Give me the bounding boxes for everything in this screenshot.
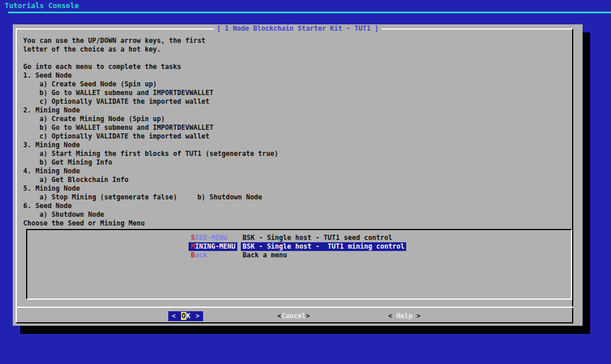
menu-box: SEED-MENU BSK - Single host - TUT1 seed …: [26, 229, 572, 300]
instruction-line: b) Go to WALLET submenu and IMPORTDEVWAL…: [23, 89, 279, 97]
instruction-line: b) Get Mining Info: [23, 158, 279, 167]
menu-list: SEED-MENU BSK - Single host - TUT1 seed …: [27, 234, 571, 260]
menu-tag: SEED-MENU: [189, 234, 237, 242]
instruction-line: 5. Mining Node: [23, 184, 279, 193]
menu-tag: Back: [189, 251, 237, 260]
instructions-text: You can use the UP/DOWN arrow keys, the …: [23, 37, 279, 228]
cancel-button[interactable]: <Cancel>: [277, 311, 310, 321]
ok-hotkey-cursor: O: [181, 312, 186, 320]
instruction-line: 4. Mining Node: [23, 167, 279, 176]
ok-button[interactable]: < OK >: [168, 311, 203, 321]
menu-description: Back a menu: [241, 251, 289, 260]
menu-item-back[interactable]: Back Back a menu: [27, 251, 571, 260]
instruction-line: a) Create Mining Node (Spin up): [23, 115, 279, 123]
menu-tag-label: INING-MENU: [195, 242, 236, 250]
ok-label: OK: [181, 311, 190, 321]
menu-item-seed-menu[interactable]: SEED-MENU BSK - Single host - TUT1 seed …: [27, 234, 571, 242]
cancel-label: Cancel: [281, 312, 306, 320]
instruction-line: Go into each menu to complete the tasks: [23, 63, 279, 71]
instruction-line: 3. Mining Node: [23, 141, 279, 150]
menu-tag: MINING-MENU: [189, 242, 237, 251]
menu-description: BSK - Single host - TUT1 seed control: [241, 234, 394, 242]
menu-tag-label: ack: [195, 251, 207, 259]
instruction-line: b) Go to WALLET submenu and IMPORTDEVWAL…: [23, 123, 279, 132]
ok-close-bracket: >: [196, 311, 200, 321]
menu-tag-label: EED-MENU: [195, 234, 227, 242]
instruction-line: c) Optionally VALIDATE the imported wall…: [23, 132, 279, 141]
topbar-title: Tutorials Console: [5, 1, 79, 10]
help-button[interactable]: < Help >: [388, 311, 421, 321]
instruction-line: 2. Mining Node: [23, 106, 279, 115]
button-separator: [16, 307, 573, 308]
instruction-line: a) Create Seed Node (Spin up): [23, 80, 279, 89]
menu-hotkey: B: [191, 251, 195, 259]
instruction-line: Choose the Seed or Mining Menu: [23, 219, 279, 228]
help-label: Help: [396, 312, 413, 320]
topbar-underline: [8, 12, 611, 13]
instruction-line: 1. Seed Node: [23, 71, 279, 80]
menu-description: BSK - Single host - TUT1 mining control: [241, 242, 406, 251]
instruction-line: [23, 54, 279, 63]
instruction-line: c) Optionally VALIDATE the imported wall…: [23, 97, 279, 106]
instruction-line: a) Stop Mining (setgenerate false) b) Sh…: [23, 193, 279, 202]
instruction-line: You can use the UP/DOWN arrow keys, the …: [23, 37, 279, 45]
menu-item-mining-menu[interactable]: MINING-MENU BSK - Single host - TUT1 min…: [27, 242, 571, 251]
dialog-window: [ 1 Node Blockchain Starter Kit - TUT1 ]…: [13, 24, 583, 326]
dialog-title: [ 1 Node Blockchain Starter Kit - TUT1 ]: [214, 24, 381, 33]
instruction-line: a) Start Mining the first blocks of TUT1…: [23, 150, 279, 158]
menu-hotkey: S: [191, 234, 195, 242]
menu-hotkey: M: [191, 242, 195, 250]
instruction-line: letter of the choice as a hot key.: [23, 45, 279, 54]
topbar: Tutorials Console: [0, 0, 611, 12]
instruction-line: a) Shutdown Node: [23, 210, 279, 219]
ok-open-bracket: <: [172, 311, 176, 321]
instruction-line: a) Get Blockchain Info: [23, 176, 279, 184]
instruction-line: 6. Seed Node: [23, 202, 279, 210]
